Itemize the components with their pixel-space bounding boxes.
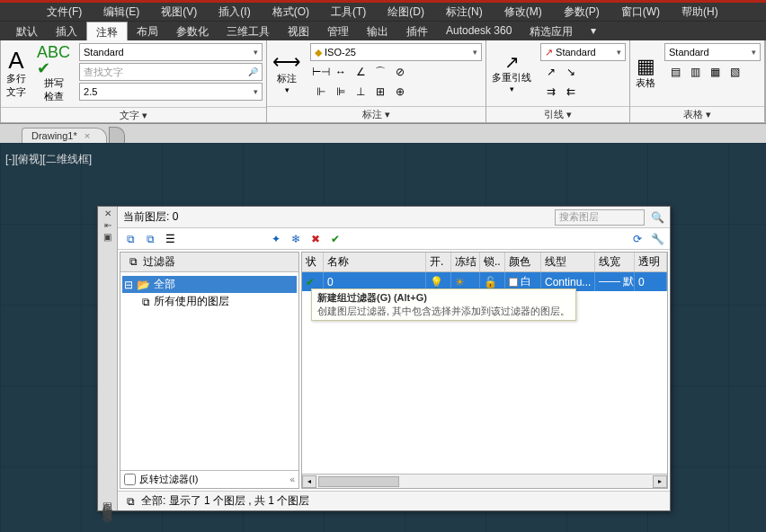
dim-radius-icon[interactable]: ⊘ <box>393 65 407 79</box>
settings-icon[interactable]: 🔧 <box>650 232 664 246</box>
delete-layer-icon[interactable]: ✖ <box>308 232 323 246</box>
filter-all[interactable]: ⊟📂全部 <box>122 276 297 293</box>
panel-label-leader[interactable]: 引线 ▾ <box>486 106 629 122</box>
menu-item[interactable]: 修改(M) <box>494 3 553 21</box>
text-height-combo[interactable]: 2.5▾ <box>79 83 263 101</box>
ribbon-tab[interactable]: 注释 <box>86 22 128 40</box>
menu-icon[interactable]: ▣ <box>103 232 111 242</box>
ribbon-tab[interactable]: 精选应用 <box>521 22 582 40</box>
ribbon-tab[interactable]: 三维工具 <box>218 22 279 40</box>
horizontal-scrollbar[interactable]: ◂ ▸ <box>302 474 667 488</box>
close-icon[interactable]: ✕ <box>104 208 111 218</box>
menu-item[interactable]: 参数(P) <box>553 3 610 21</box>
table-button[interactable]: ▦表格 <box>630 40 661 106</box>
col-lineweight[interactable]: 线宽 <box>595 253 635 271</box>
new-property-filter-icon[interactable]: ⧉ <box>123 232 138 246</box>
viewport-label[interactable]: [-][俯视][二维线框] <box>5 152 92 167</box>
text-style-combo[interactable]: Standard▾ <box>79 43 263 61</box>
bulb-icon[interactable]: 💡 <box>430 276 443 288</box>
lock-icon[interactable]: 🔓 <box>484 276 497 288</box>
dimension-button[interactable]: ⟷标注▾ <box>267 40 307 106</box>
col-freeze[interactable]: 冻结 <box>451 253 480 271</box>
leader-style-combo[interactable]: ↗ Standard▾ <box>540 43 626 61</box>
table-style-combo[interactable]: Standard▾ <box>664 43 761 61</box>
ribbon-tab[interactable]: 布局 <box>128 22 167 40</box>
color-swatch[interactable] <box>509 278 518 287</box>
col-transparency[interactable]: 透明 <box>635 253 667 271</box>
tooltip: 新建组过滤器(G) (Alt+G) 创建图层过滤器, 其中包含选择并添加到该过滤… <box>311 288 576 321</box>
refresh-icon[interactable]: ⟳ <box>630 232 645 246</box>
leader-add-icon[interactable]: ↗ <box>544 65 558 79</box>
sun-icon[interactable]: ☀ <box>455 276 465 288</box>
layer-search-input[interactable]: 搜索图层 <box>555 209 645 226</box>
table-upload-icon[interactable]: ▧ <box>727 65 742 79</box>
scroll-left-button[interactable]: ◂ <box>302 475 316 488</box>
menu-item[interactable]: 工具(T) <box>320 3 377 21</box>
leader-align-icon[interactable]: ⇉ <box>544 84 558 99</box>
document-tab[interactable]: Drawing1*× <box>22 128 107 143</box>
dim-aligned-icon[interactable]: ↔ <box>334 65 348 79</box>
ribbon-overflow[interactable]: ▾ <box>582 22 605 40</box>
dim-ordinate-icon[interactable]: ⊥ <box>353 84 368 99</box>
invert-filter-checkbox[interactable] <box>124 474 136 485</box>
mtext-button[interactable]: A多行 文字 <box>1 40 31 107</box>
spellcheck-button[interactable]: ABC✔拼写 检查 <box>31 40 76 107</box>
menu-item[interactable]: 插入(I) <box>208 3 261 21</box>
dim-tolerance-icon[interactable]: ⊞ <box>373 84 387 99</box>
col-name[interactable]: 名称 <box>324 253 426 271</box>
col-color[interactable]: 颜色 <box>505 253 541 271</box>
col-status[interactable]: 状 <box>302 253 324 271</box>
panel-label-text[interactable]: 文字 ▾ <box>1 107 266 123</box>
scroll-thumb[interactable] <box>318 476 399 487</box>
new-tab-button[interactable] <box>109 127 125 143</box>
ribbon-tab[interactable]: 插入 <box>47 22 86 40</box>
table-extract-icon[interactable]: ▤ <box>668 65 682 79</box>
dim-center-icon[interactable]: ⊕ <box>393 84 407 99</box>
close-icon[interactable]: × <box>85 130 90 141</box>
dim-continue-icon[interactable]: ⊩ <box>314 84 328 99</box>
ribbon-tab[interactable]: 参数化 <box>167 22 218 40</box>
col-on[interactable]: 开. <box>426 253 451 271</box>
ribbon-tab[interactable]: 插件 <box>397 22 437 40</box>
binoculars-icon[interactable]: 🔎 <box>248 67 258 76</box>
drawing-viewport[interactable]: [-][俯视][二维线框] ✕ ⇤ ▣ 图层特性管理器 当前图层: 0 搜索图层… <box>0 143 766 532</box>
new-group-filter-icon[interactable]: ⧉ <box>143 232 157 246</box>
dim-arc-icon[interactable]: ⌒ <box>373 65 387 79</box>
menu-item[interactable]: 文件(F) <box>36 3 93 21</box>
set-current-icon[interactable]: ✔ <box>328 232 343 246</box>
new-layer-vpfreeze-icon[interactable]: ❄ <box>289 232 303 246</box>
dim-angular-icon[interactable]: ∠ <box>353 65 368 79</box>
new-layer-icon[interactable]: ✦ <box>269 232 283 246</box>
panel-label-table[interactable]: 表格 ▾ <box>630 106 764 122</box>
leader-collect-icon[interactable]: ⇇ <box>564 84 578 99</box>
dim-baseline-icon[interactable]: ⊫ <box>334 84 348 99</box>
resize-icon[interactable]: « <box>289 474 295 484</box>
menu-item[interactable]: 编辑(E) <box>93 3 150 21</box>
menu-item[interactable]: 绘图(D) <box>377 3 435 21</box>
col-linetype[interactable]: 线型 <box>541 253 595 271</box>
menu-item[interactable]: 帮助(H) <box>671 3 729 21</box>
dim-style-combo[interactable]: ◆ ISO-25▾ <box>310 43 482 61</box>
leader-remove-icon[interactable]: ↘ <box>564 65 578 79</box>
search-icon[interactable]: 🔍 <box>650 210 664 225</box>
menu-item[interactable]: 视图(V) <box>150 3 208 21</box>
table-link-icon[interactable]: ▥ <box>688 65 702 79</box>
pin-icon[interactable]: ⇤ <box>104 220 111 230</box>
ribbon-tab[interactable]: 管理 <box>318 22 358 40</box>
menu-item[interactable]: 格式(O) <box>262 3 320 21</box>
menu-item[interactable]: 窗口(W) <box>610 3 671 21</box>
ribbon-tab[interactable]: 默认 <box>7 22 47 40</box>
menu-item[interactable]: 标注(N) <box>435 3 494 21</box>
layer-states-icon[interactable]: ☰ <box>163 232 177 246</box>
filter-used-layers[interactable]: ⧉所有使用的图层 <box>122 293 297 310</box>
col-lock[interactable]: 锁.. <box>480 253 505 271</box>
scroll-right-button[interactable]: ▸ <box>653 475 667 488</box>
find-text-input[interactable]: 查找文字🔎 <box>79 63 263 81</box>
mleader-button[interactable]: ↗多重引线▾ <box>486 40 537 106</box>
dim-linear-icon[interactable]: ⊢⊣ <box>314 65 328 79</box>
ribbon-tab[interactable]: 输出 <box>358 22 397 40</box>
ribbon-tab[interactable]: 视图 <box>279 22 318 40</box>
panel-label-dim[interactable]: 标注 ▾ <box>267 106 485 122</box>
ribbon-tab[interactable]: Autodesk 360 <box>437 22 521 40</box>
table-download-icon[interactable]: ▦ <box>708 65 722 79</box>
